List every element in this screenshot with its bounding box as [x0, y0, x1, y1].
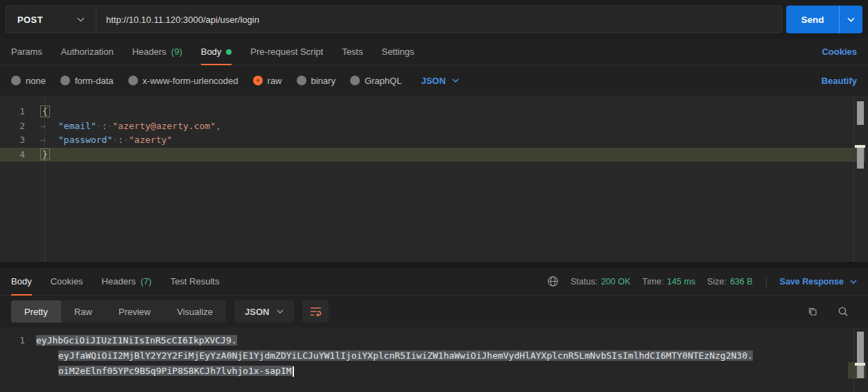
response-token-text: eyJfaWQiOiI2MjBlY2Y2Y2FiMjEyYzA0NjE1Yjdm…: [58, 350, 753, 361]
tab-label: Test Results: [171, 276, 220, 287]
body-type-radio-binary[interactable]: binary: [297, 76, 336, 86]
send-options-button[interactable]: [839, 6, 862, 33]
radio-icon: [350, 76, 360, 85]
response-tool-icons: [807, 306, 857, 317]
radio-icon: [60, 76, 70, 85]
line-content: →"email"·:·"azerty@azerty.com",: [35, 119, 221, 134]
tab-headers[interactable]: Headers(7): [102, 268, 152, 295]
method-select[interactable]: POST: [6, 6, 96, 33]
request-body-editor[interactable]: 1{2→"email"·:·"azerty@azerty.com",3→"pas…: [0, 96, 868, 262]
tab-count-badge: (9): [171, 46, 182, 57]
radio-label: x-www-form-urlencoded: [143, 76, 238, 86]
radio-label: raw: [268, 76, 282, 86]
search-icon[interactable]: [837, 306, 849, 317]
tab-tests[interactable]: Tests: [342, 39, 363, 65]
send-button-group: Send: [786, 6, 862, 33]
wrap-lines-button[interactable]: [302, 300, 329, 323]
url-group: POST: [6, 6, 782, 33]
editor-scrollbar-thumb[interactable]: [857, 101, 864, 125]
body-language-select[interactable]: JSON: [421, 76, 458, 86]
code-line-1[interactable]: 1{: [0, 105, 868, 119]
token-punc: :: [118, 135, 123, 145]
line-content: }: [35, 148, 50, 162]
tab-authorization[interactable]: Authorization: [61, 39, 114, 65]
url-input[interactable]: [96, 6, 781, 33]
save-response-button[interactable]: Save Response: [780, 277, 857, 287]
token-str: "azerty": [129, 135, 173, 145]
tab-body[interactable]: Body: [201, 39, 232, 65]
response-tabs-row: BodyCookiesHeaders(7)Test Results Status…: [0, 268, 868, 296]
tab-cookies[interactable]: Cookies: [51, 268, 83, 295]
view-mode-raw[interactable]: Raw: [61, 300, 105, 323]
wrap-lines-icon: [310, 307, 322, 316]
tab-headers[interactable]: Headers(9): [132, 39, 182, 65]
body-type-radio-x-www-form-urlencoded[interactable]: x-www-form-urlencoded: [128, 76, 238, 86]
view-mode-preview[interactable]: Preview: [105, 300, 164, 323]
tab-params[interactable]: Params: [11, 39, 42, 65]
view-mode-pretty[interactable]: Pretty: [11, 300, 61, 323]
line-content: {: [35, 105, 50, 119]
code-line-4[interactable]: 4}: [0, 148, 868, 162]
editor-lines: 1{2→"email"·:·"azerty@azerty.com",3→"pas…: [0, 105, 868, 162]
chevron-down-icon: [277, 309, 284, 314]
body-type-radio-graphql[interactable]: GraphQL: [350, 76, 401, 86]
network-globe-icon[interactable]: [547, 275, 559, 287]
cookies-link[interactable]: Cookies: [822, 46, 857, 57]
tab-count-badge: (7): [141, 276, 152, 287]
response-toolbar: PrettyRawPreviewVisualize JSON: [0, 296, 868, 327]
token-punc: ,: [216, 121, 221, 131]
body-type-row: noneform-datax-www-form-urlencodedrawbin…: [0, 65, 868, 96]
chevron-down-icon: [847, 17, 855, 22]
status-label: Status:: [571, 277, 598, 287]
response-cursor-annotation: [855, 363, 865, 366]
view-mode-visualize[interactable]: Visualize: [164, 300, 226, 323]
tab-pre-request-script[interactable]: Pre-request Script: [250, 39, 323, 65]
size-badge: Size: 636 B: [707, 277, 752, 287]
response-language-label: JSON: [245, 307, 269, 317]
code-line-2[interactable]: 2→"email"·:·"azerty@azerty.com",: [0, 119, 868, 134]
line-number: 1: [0, 105, 35, 119]
request-tabs: ParamsAuthorizationHeaders(9)BodyPre-req…: [11, 39, 433, 65]
pane-resize-handle[interactable]: [0, 262, 868, 268]
size-value: 636 B: [730, 277, 753, 287]
tab-body[interactable]: Body: [11, 268, 32, 295]
request-url-bar: POST Send: [0, 0, 868, 39]
tab-label: Tests: [342, 46, 363, 57]
tab-label: Body: [201, 46, 222, 57]
radio-label: none: [26, 76, 46, 86]
send-button[interactable]: Send: [786, 6, 839, 33]
token-ws: ·: [96, 121, 102, 131]
body-type-radio-none[interactable]: none: [11, 76, 46, 86]
size-label: Size:: [707, 277, 727, 287]
response-token-text: eyJhbGciOiJIUzI1NiIsInR5cCI6IkpXVCJ9.: [36, 335, 237, 346]
token-ws: ·: [123, 135, 129, 145]
divider: [766, 275, 767, 288]
radio-label: GraphQL: [365, 76, 401, 86]
tab-settings[interactable]: Settings: [381, 39, 414, 65]
editor-scrollbar-marker[interactable]: [857, 148, 864, 169]
response-token-row-3: oiM2eElnf05YPc9BSq9PiP8S8KCJh7lvhjo1x-sa…: [36, 364, 868, 379]
tab-test-results[interactable]: Test Results: [171, 268, 220, 295]
response-token-row-1: eyJhbGciOiJIUzI1NiIsInR5cCI6IkpXVCJ9.: [36, 333, 868, 348]
copy-icon[interactable]: [807, 306, 818, 317]
beautify-link[interactable]: Beautify: [822, 76, 857, 86]
body-type-radio-raw[interactable]: raw: [253, 76, 282, 86]
tab-label: Headers: [102, 276, 136, 287]
response-scrollbar-thumb[interactable]: [857, 332, 864, 378]
time-badge: Time: 145 ms: [642, 277, 695, 287]
response-token-text: oiM2eElnf05YPc9BSq9PiP8S8KCJh7lvhjo1x-sa…: [58, 366, 292, 376]
response-meta: Status: 200 OK Time: 145 ms Size: 636 B …: [547, 268, 857, 295]
response-tabs: BodyCookiesHeaders(7)Test Results: [11, 268, 238, 295]
body-type-radio-form-data[interactable]: form-data: [60, 76, 114, 86]
time-value: 145 ms: [667, 277, 695, 287]
save-response-label: Save Response: [780, 277, 844, 287]
code-line-3[interactable]: 3→"password"·:·"azerty": [0, 133, 868, 148]
tab-label: Cookies: [51, 276, 83, 287]
radio-icon: [128, 76, 138, 85]
radio-label: binary: [311, 76, 336, 86]
response-language-select[interactable]: JSON: [234, 300, 294, 323]
tab-label: Settings: [381, 46, 414, 57]
response-body-viewer[interactable]: 1 eyJhbGciOiJIUzI1NiIsInR5cCI6IkpXVCJ9.e…: [0, 327, 868, 392]
radio-icon: [253, 76, 263, 85]
token-key: "email": [58, 121, 96, 131]
